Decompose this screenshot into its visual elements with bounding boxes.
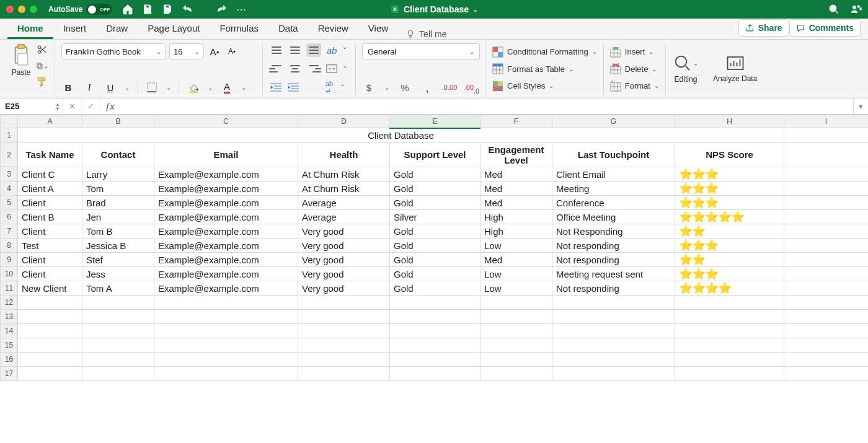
cell[interactable]: Low: [480, 239, 552, 253]
cell[interactable]: [82, 310, 154, 324]
orientation-button[interactable]: ab: [325, 43, 339, 57]
cell[interactable]: [480, 296, 552, 310]
row-header[interactable]: 17: [1, 367, 18, 381]
cell[interactable]: [82, 353, 154, 367]
format-cells-button[interactable]: Format⌄: [610, 77, 659, 94]
row-header[interactable]: 12: [1, 296, 18, 310]
fx-icon[interactable]: ƒx: [100, 99, 119, 114]
tab-review[interactable]: Review: [308, 18, 358, 39]
cell[interactable]: Med: [480, 253, 552, 267]
cell[interactable]: [675, 310, 784, 324]
cell[interactable]: Example@example.com: [154, 182, 298, 196]
analyze-data-button[interactable]: Analyze Data: [706, 42, 764, 95]
cell[interactable]: [298, 367, 390, 381]
cell[interactable]: [552, 310, 675, 324]
sheet-title-cell[interactable]: Client Database: [18, 128, 784, 143]
align-left-button[interactable]: [269, 62, 284, 76]
enter-formula-button[interactable]: ✓: [82, 99, 100, 114]
tab-home[interactable]: Home: [7, 18, 53, 39]
align-center-button[interactable]: [288, 62, 303, 76]
cut-button[interactable]: [36, 43, 48, 56]
cell[interactable]: Example@example.com: [154, 281, 298, 296]
cell[interactable]: [82, 296, 154, 310]
cell[interactable]: [18, 338, 82, 353]
expand-formula-icon[interactable]: ▾: [853, 99, 868, 114]
cell[interactable]: Office Meeting: [552, 210, 675, 224]
cell[interactable]: Gold: [390, 167, 480, 182]
cell[interactable]: [552, 367, 675, 381]
cell[interactable]: Gold: [390, 253, 480, 267]
cell[interactable]: Very good: [298, 224, 390, 239]
cell[interactable]: [784, 224, 869, 239]
percent-button[interactable]: %: [398, 81, 412, 94]
cell[interactable]: [390, 367, 480, 381]
save-icon[interactable]: [142, 4, 153, 15]
cell[interactable]: ⭐⭐⭐⭐: [675, 281, 784, 296]
cell[interactable]: [154, 296, 298, 310]
wrap-text-button[interactable]: ab↵: [322, 81, 336, 94]
cell[interactable]: Average: [298, 210, 390, 224]
cell[interactable]: Stef: [82, 253, 154, 267]
cell[interactable]: [675, 353, 784, 367]
cell[interactable]: Client C: [18, 167, 82, 182]
cell[interactable]: [480, 367, 552, 381]
column-header-g[interactable]: G: [552, 115, 675, 128]
cell[interactable]: [552, 353, 675, 367]
row-header[interactable]: 13: [1, 310, 18, 324]
column-header-i[interactable]: I: [784, 115, 869, 128]
cell[interactable]: [298, 353, 390, 367]
cell[interactable]: Client: [18, 224, 82, 239]
cell[interactable]: [784, 338, 869, 353]
fill-color-button[interactable]: [187, 81, 200, 94]
cell[interactable]: [82, 338, 154, 353]
paste-button[interactable]: Paste: [11, 43, 31, 88]
column-header-d[interactable]: D: [298, 115, 390, 128]
chevron-down-icon[interactable]: ⌄: [125, 84, 130, 91]
cell[interactable]: [390, 353, 480, 367]
row-header[interactable]: 6: [1, 210, 18, 224]
column-header-f[interactable]: F: [480, 115, 552, 128]
row-header[interactable]: 5: [1, 196, 18, 210]
cell[interactable]: [18, 353, 82, 367]
cell[interactable]: At Churn Risk: [298, 182, 390, 196]
cell[interactable]: [784, 196, 869, 210]
cell[interactable]: Client: [18, 267, 82, 281]
cell[interactable]: [18, 367, 82, 381]
conditional-formatting-button[interactable]: Conditional Formatting⌄: [492, 43, 597, 60]
select-all-corner[interactable]: [1, 115, 18, 128]
cell[interactable]: ⭐⭐⭐⭐⭐: [675, 210, 784, 224]
cell[interactable]: [675, 338, 784, 353]
column-header-a[interactable]: A: [18, 115, 82, 128]
cell[interactable]: Conference: [552, 196, 675, 210]
increase-indent-button[interactable]: [286, 81, 300, 94]
cell[interactable]: Brad: [82, 196, 154, 210]
comma-button[interactable]: ,: [420, 81, 434, 94]
cell[interactable]: Meeting request sent: [552, 267, 675, 281]
undo-icon[interactable]: [182, 4, 193, 15]
cell[interactable]: Task Name: [18, 143, 82, 167]
cell[interactable]: [784, 367, 869, 381]
cell[interactable]: [784, 167, 869, 182]
cell[interactable]: [480, 310, 552, 324]
tab-view[interactable]: View: [358, 18, 398, 39]
cell[interactable]: Larry: [82, 167, 154, 182]
tell-me-button[interactable]: Tell me: [398, 29, 454, 39]
column-header-h[interactable]: H: [675, 115, 784, 128]
cell[interactable]: ⭐⭐⭐: [675, 239, 784, 253]
cell[interactable]: NPS Score: [675, 143, 784, 167]
align-bottom-button[interactable]: [306, 43, 321, 57]
cell[interactable]: Med: [480, 196, 552, 210]
redo-icon[interactable]: [216, 4, 228, 15]
comments-button[interactable]: Comments: [789, 19, 861, 37]
chevron-down-icon[interactable]: ⌄: [342, 62, 347, 76]
cell[interactable]: ⭐⭐: [675, 224, 784, 239]
underline-button[interactable]: U: [104, 81, 117, 94]
row-header[interactable]: 3: [1, 167, 18, 182]
cell[interactable]: [784, 281, 869, 296]
cell[interactable]: Med: [480, 182, 552, 196]
cell[interactable]: [784, 353, 869, 367]
cell[interactable]: Average: [298, 196, 390, 210]
more-icon[interactable]: ⋯: [236, 4, 247, 15]
spreadsheet-grid[interactable]: ABCDEFGHI 1Client Database2Task NameCont…: [0, 115, 868, 443]
insert-cells-button[interactable]: Insert⌄: [610, 43, 659, 60]
